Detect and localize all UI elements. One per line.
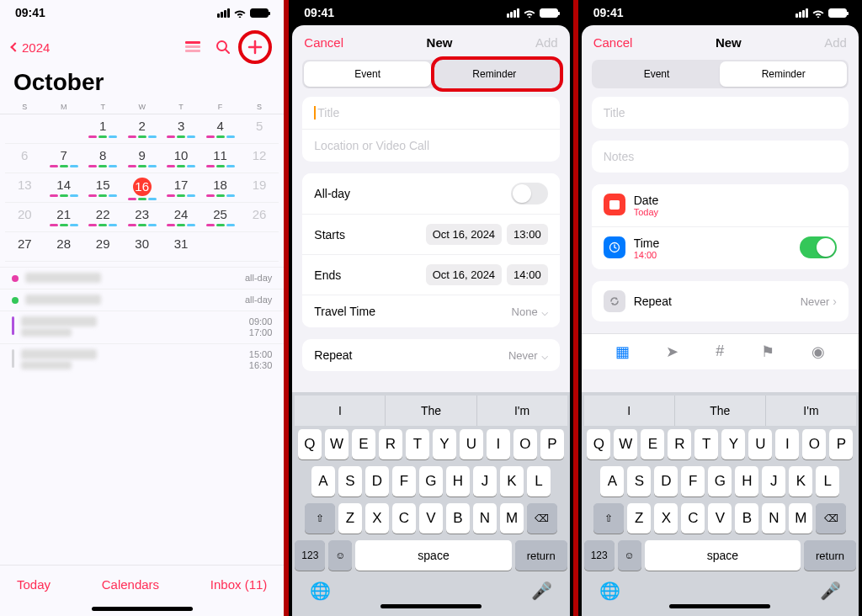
key-V[interactable]: V — [419, 503, 443, 534]
day-cell[interactable]: 4 — [200, 114, 239, 143]
key-I[interactable]: I — [487, 429, 510, 459]
event-row[interactable]: 09:0017:00 — [0, 311, 284, 343]
cancel-button[interactable]: Cancel — [593, 35, 633, 50]
key-M[interactable]: M — [789, 503, 812, 534]
day-cell[interactable]: 9 — [122, 144, 161, 173]
day-cell[interactable]: 5 — [240, 114, 279, 143]
key-E[interactable]: E — [352, 429, 375, 459]
key-Y[interactable]: Y — [721, 429, 745, 459]
key-Z[interactable]: Z — [627, 503, 651, 534]
key-T[interactable]: T — [406, 429, 429, 459]
day-cell[interactable]: 30 — [122, 232, 161, 261]
calendars-button[interactable]: Calendars — [102, 577, 159, 592]
globe-icon[interactable]: 🌐 — [310, 581, 331, 601]
key-D[interactable]: D — [365, 466, 389, 497]
key-S[interactable]: S — [338, 466, 362, 497]
location-field[interactable]: Location or Video Call — [302, 130, 559, 162]
key-N[interactable]: N — [762, 503, 785, 534]
flag-icon[interactable]: ⚑ — [761, 343, 774, 361]
key-J[interactable]: J — [473, 466, 497, 497]
title-field[interactable]: Title — [592, 97, 849, 129]
key-U[interactable]: U — [460, 429, 483, 459]
segment-reminder[interactable]: Reminder — [720, 61, 847, 87]
segment-event[interactable]: Event — [304, 61, 431, 87]
day-cell[interactable]: 13 — [5, 173, 44, 202]
key-Z[interactable]: Z — [338, 503, 362, 534]
key-G[interactable]: G — [708, 466, 732, 497]
key-X[interactable]: X — [365, 503, 389, 534]
emoji-key[interactable]: ☺ — [328, 540, 352, 571]
key-V[interactable]: V — [708, 503, 732, 534]
key-X[interactable]: X — [654, 503, 678, 534]
notes-field[interactable]: Notes — [592, 141, 849, 173]
key-F[interactable]: F — [392, 466, 416, 497]
title-field[interactable]: Title — [302, 97, 559, 130]
event-row[interactable]: all-day — [0, 289, 284, 311]
day-cell[interactable]: 27 — [5, 232, 44, 261]
key-M[interactable]: M — [500, 503, 524, 534]
ends-row[interactable]: Ends Oct 16, 2024 14:00 — [302, 255, 559, 295]
repeat-row[interactable]: Repeat Never› — [592, 281, 849, 321]
camera-icon[interactable]: ◉ — [811, 343, 825, 361]
key-K[interactable]: K — [789, 466, 812, 497]
key-F[interactable]: F — [681, 466, 705, 497]
day-cell[interactable]: 11 — [200, 144, 239, 173]
key-N[interactable]: N — [473, 503, 497, 534]
key-A[interactable]: A — [600, 466, 624, 497]
day-cell[interactable]: 22 — [83, 203, 122, 231]
key-H[interactable]: H — [446, 466, 470, 497]
allday-toggle[interactable] — [511, 183, 548, 204]
day-cell[interactable]: 12 — [240, 144, 279, 173]
day-cell[interactable]: 17 — [162, 173, 200, 202]
day-cell[interactable]: 31 — [162, 232, 200, 261]
prediction[interactable]: I — [295, 396, 386, 426]
space-key[interactable]: space — [355, 540, 511, 571]
back-year-button[interactable]: 2024 — [12, 40, 50, 55]
date-row[interactable]: DateToday — [592, 184, 849, 227]
day-cell[interactable]: 10 — [162, 144, 200, 173]
day-cell[interactable]: 3 — [162, 114, 200, 143]
key-K[interactable]: K — [500, 466, 524, 497]
prediction[interactable]: I'm — [477, 396, 567, 426]
key-R[interactable]: R — [379, 429, 402, 459]
key-J[interactable]: J — [762, 466, 785, 497]
key-B[interactable]: B — [446, 503, 470, 534]
day-cell[interactable]: 20 — [5, 203, 44, 231]
day-cell[interactable]: 28 — [44, 232, 82, 261]
delete-key[interactable]: ⌫ — [816, 503, 846, 534]
event-row[interactable]: all-day — [0, 267, 284, 289]
numbers-key[interactable]: 123 — [584, 540, 615, 571]
day-cell[interactable]: 18 — [200, 173, 239, 202]
return-key[interactable]: return — [515, 540, 567, 571]
search-icon[interactable] — [211, 35, 235, 59]
delete-key[interactable]: ⌫ — [527, 503, 557, 534]
key-Q[interactable]: Q — [587, 429, 610, 459]
day-cell[interactable]: 14 — [44, 173, 82, 202]
key-D[interactable]: D — [654, 466, 678, 497]
add-confirm-button[interactable]: Add — [535, 35, 558, 50]
prediction[interactable]: The — [386, 396, 476, 426]
prediction[interactable]: I — [584, 396, 675, 426]
key-O[interactable]: O — [802, 429, 826, 459]
key-T[interactable]: T — [694, 429, 718, 459]
numbers-key[interactable]: 123 — [295, 540, 325, 571]
add-button-highlighted[interactable] — [238, 30, 272, 64]
key-R[interactable]: R — [668, 429, 691, 459]
day-cell[interactable]: 2 — [122, 114, 161, 143]
today-button[interactable]: Today — [17, 577, 51, 592]
key-G[interactable]: G — [419, 466, 443, 497]
shift-key[interactable]: ⇧ — [305, 503, 335, 534]
key-I[interactable]: I — [775, 429, 799, 459]
segment-event[interactable]: Event — [593, 61, 721, 87]
return-key[interactable]: return — [804, 540, 856, 571]
mic-icon[interactable]: 🎤 — [531, 581, 552, 601]
day-cell[interactable]: 15 — [83, 173, 122, 202]
tag-icon[interactable]: # — [716, 343, 724, 361]
home-indicator[interactable] — [669, 604, 770, 608]
location-icon[interactable]: ➤ — [666, 343, 678, 361]
key-P[interactable]: P — [829, 429, 853, 459]
key-Q[interactable]: Q — [298, 429, 322, 459]
day-cell[interactable]: 29 — [83, 232, 122, 261]
travel-time-row[interactable]: Travel Time None⌵ — [302, 295, 559, 327]
repeat-row[interactable]: Repeat Never⌵ — [302, 339, 559, 371]
